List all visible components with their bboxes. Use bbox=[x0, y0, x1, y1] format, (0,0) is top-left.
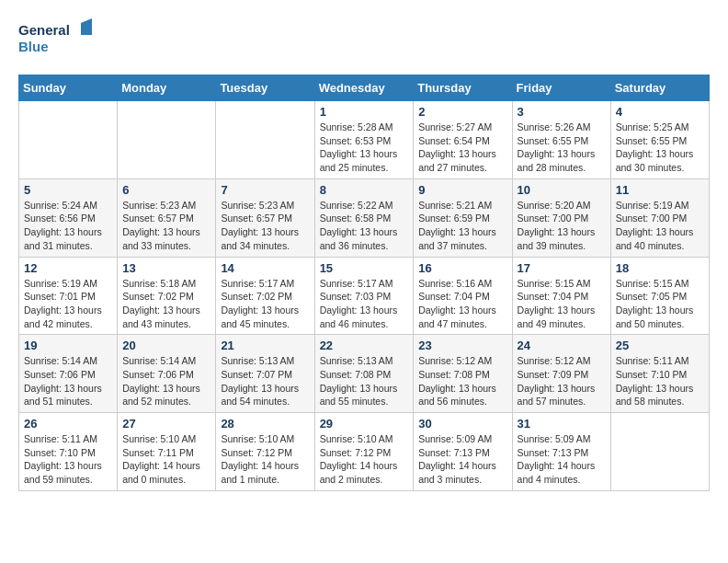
calendar-week-row: 1Sunrise: 5:28 AMSunset: 6:53 PMDaylight… bbox=[19, 101, 710, 179]
calendar-cell: 14Sunrise: 5:17 AMSunset: 7:02 PMDayligh… bbox=[216, 257, 314, 335]
logo: General Blue bbox=[18, 18, 92, 60]
calendar-cell: 22Sunrise: 5:13 AMSunset: 7:08 PMDayligh… bbox=[314, 335, 414, 413]
calendar-cell: 17Sunrise: 5:15 AMSunset: 7:04 PMDayligh… bbox=[512, 257, 610, 335]
calendar-cell: 26Sunrise: 5:11 AMSunset: 7:10 PMDayligh… bbox=[19, 413, 118, 491]
calendar-cell: 18Sunrise: 5:15 AMSunset: 7:05 PMDayligh… bbox=[610, 257, 709, 335]
day-number: 1 bbox=[320, 105, 409, 119]
weekday-header-cell: Tuesday bbox=[216, 75, 314, 101]
weekday-header-cell: Wednesday bbox=[314, 75, 414, 101]
calendar-cell bbox=[118, 101, 216, 179]
weekday-header-cell: Sunday bbox=[19, 75, 118, 101]
day-info: Sunrise: 5:15 AMSunset: 7:05 PMDaylight:… bbox=[616, 277, 704, 331]
weekday-header-cell: Thursday bbox=[414, 75, 512, 101]
calendar-body: 1Sunrise: 5:28 AMSunset: 6:53 PMDaylight… bbox=[19, 101, 710, 491]
calendar-cell: 24Sunrise: 5:12 AMSunset: 7:09 PMDayligh… bbox=[512, 335, 610, 413]
calendar-table: SundayMondayTuesdayWednesdayThursdayFrid… bbox=[18, 75, 710, 491]
day-info: Sunrise: 5:24 AMSunset: 6:56 PMDaylight:… bbox=[24, 199, 112, 253]
day-number: 28 bbox=[221, 417, 309, 431]
calendar-cell: 16Sunrise: 5:16 AMSunset: 7:04 PMDayligh… bbox=[414, 257, 512, 335]
calendar-cell bbox=[216, 101, 314, 179]
calendar-cell: 23Sunrise: 5:12 AMSunset: 7:08 PMDayligh… bbox=[414, 335, 512, 413]
calendar-cell: 11Sunrise: 5:19 AMSunset: 7:00 PMDayligh… bbox=[610, 178, 709, 257]
day-info: Sunrise: 5:14 AMSunset: 7:06 PMDaylight:… bbox=[24, 354, 112, 408]
calendar-cell: 19Sunrise: 5:14 AMSunset: 7:06 PMDayligh… bbox=[19, 335, 118, 413]
calendar-week-row: 12Sunrise: 5:19 AMSunset: 7:01 PMDayligh… bbox=[19, 257, 710, 335]
day-number: 17 bbox=[518, 261, 606, 275]
page-header: General Blue bbox=[18, 18, 710, 60]
day-number: 6 bbox=[122, 183, 210, 197]
day-info: Sunrise: 5:11 AMSunset: 7:10 PMDaylight:… bbox=[24, 432, 112, 487]
day-info: Sunrise: 5:26 AMSunset: 6:55 PMDaylight:… bbox=[518, 121, 606, 175]
calendar-cell: 6Sunrise: 5:23 AMSunset: 6:57 PMDaylight… bbox=[118, 178, 216, 257]
day-info: Sunrise: 5:17 AMSunset: 7:03 PMDaylight:… bbox=[320, 277, 409, 331]
calendar-cell: 9Sunrise: 5:21 AMSunset: 6:59 PMDaylight… bbox=[414, 178, 512, 257]
day-info: Sunrise: 5:10 AMSunset: 7:12 PMDaylight:… bbox=[221, 432, 309, 487]
day-number: 3 bbox=[518, 105, 606, 119]
day-number: 2 bbox=[418, 105, 506, 119]
day-number: 25 bbox=[616, 339, 704, 352]
logo-svg: General Blue bbox=[18, 18, 92, 60]
day-info: Sunrise: 5:27 AMSunset: 6:54 PMDaylight:… bbox=[418, 121, 506, 175]
calendar-week-row: 26Sunrise: 5:11 AMSunset: 7:10 PMDayligh… bbox=[19, 413, 710, 491]
calendar-cell: 12Sunrise: 5:19 AMSunset: 7:01 PMDayligh… bbox=[19, 257, 118, 335]
svg-text:General: General bbox=[18, 22, 70, 38]
day-number: 24 bbox=[518, 339, 606, 352]
calendar-cell: 20Sunrise: 5:14 AMSunset: 7:06 PMDayligh… bbox=[118, 335, 216, 413]
calendar-cell: 31Sunrise: 5:09 AMSunset: 7:13 PMDayligh… bbox=[512, 413, 610, 491]
day-info: Sunrise: 5:10 AMSunset: 7:12 PMDaylight:… bbox=[320, 432, 409, 487]
day-number: 29 bbox=[320, 417, 409, 431]
svg-text:Blue: Blue bbox=[18, 39, 49, 54]
calendar-cell: 13Sunrise: 5:18 AMSunset: 7:02 PMDayligh… bbox=[118, 257, 216, 335]
day-info: Sunrise: 5:16 AMSunset: 7:04 PMDaylight:… bbox=[418, 277, 506, 331]
day-number: 31 bbox=[518, 417, 606, 431]
day-info: Sunrise: 5:19 AMSunset: 7:01 PMDaylight:… bbox=[24, 277, 112, 331]
day-number: 22 bbox=[320, 339, 409, 352]
day-info: Sunrise: 5:23 AMSunset: 6:57 PMDaylight:… bbox=[122, 199, 210, 253]
calendar-cell: 4Sunrise: 5:25 AMSunset: 6:55 PMDaylight… bbox=[610, 101, 709, 179]
calendar-cell: 27Sunrise: 5:10 AMSunset: 7:11 PMDayligh… bbox=[118, 413, 216, 491]
calendar-cell: 28Sunrise: 5:10 AMSunset: 7:12 PMDayligh… bbox=[216, 413, 314, 491]
day-info: Sunrise: 5:10 AMSunset: 7:11 PMDaylight:… bbox=[122, 432, 210, 487]
day-number: 9 bbox=[418, 183, 506, 197]
day-info: Sunrise: 5:12 AMSunset: 7:08 PMDaylight:… bbox=[418, 354, 506, 408]
calendar-cell: 30Sunrise: 5:09 AMSunset: 7:13 PMDayligh… bbox=[414, 413, 512, 491]
day-info: Sunrise: 5:14 AMSunset: 7:06 PMDaylight:… bbox=[122, 354, 210, 408]
day-number: 16 bbox=[418, 261, 506, 275]
calendar-cell: 2Sunrise: 5:27 AMSunset: 6:54 PMDaylight… bbox=[414, 101, 512, 179]
day-number: 21 bbox=[221, 339, 309, 352]
day-number: 15 bbox=[320, 261, 409, 275]
day-number: 7 bbox=[221, 183, 309, 197]
day-info: Sunrise: 5:25 AMSunset: 6:55 PMDaylight:… bbox=[616, 121, 704, 175]
day-number: 4 bbox=[616, 105, 704, 119]
calendar-cell: 8Sunrise: 5:22 AMSunset: 6:58 PMDaylight… bbox=[314, 178, 414, 257]
day-info: Sunrise: 5:19 AMSunset: 7:00 PMDaylight:… bbox=[616, 199, 704, 253]
day-info: Sunrise: 5:12 AMSunset: 7:09 PMDaylight:… bbox=[518, 354, 606, 408]
day-number: 13 bbox=[122, 261, 210, 275]
weekday-header-cell: Monday bbox=[118, 75, 216, 101]
day-info: Sunrise: 5:20 AMSunset: 7:00 PMDaylight:… bbox=[518, 199, 606, 253]
svg-marker-2 bbox=[81, 18, 92, 35]
day-number: 10 bbox=[518, 183, 606, 197]
calendar-week-row: 19Sunrise: 5:14 AMSunset: 7:06 PMDayligh… bbox=[19, 335, 710, 413]
calendar-cell: 5Sunrise: 5:24 AMSunset: 6:56 PMDaylight… bbox=[19, 178, 118, 257]
calendar-cell: 7Sunrise: 5:23 AMSunset: 6:57 PMDaylight… bbox=[216, 178, 314, 257]
day-number: 5 bbox=[24, 183, 112, 197]
calendar-cell: 15Sunrise: 5:17 AMSunset: 7:03 PMDayligh… bbox=[314, 257, 414, 335]
calendar-week-row: 5Sunrise: 5:24 AMSunset: 6:56 PMDaylight… bbox=[19, 178, 710, 257]
day-info: Sunrise: 5:13 AMSunset: 7:07 PMDaylight:… bbox=[221, 354, 309, 408]
day-info: Sunrise: 5:22 AMSunset: 6:58 PMDaylight:… bbox=[320, 199, 409, 253]
calendar-cell: 3Sunrise: 5:26 AMSunset: 6:55 PMDaylight… bbox=[512, 101, 610, 179]
day-info: Sunrise: 5:21 AMSunset: 6:59 PMDaylight:… bbox=[418, 199, 506, 253]
day-info: Sunrise: 5:23 AMSunset: 6:57 PMDaylight:… bbox=[221, 199, 309, 253]
calendar-cell bbox=[19, 101, 118, 179]
calendar-cell: 10Sunrise: 5:20 AMSunset: 7:00 PMDayligh… bbox=[512, 178, 610, 257]
calendar-cell: 29Sunrise: 5:10 AMSunset: 7:12 PMDayligh… bbox=[314, 413, 414, 491]
calendar-cell bbox=[610, 413, 709, 491]
calendar-cell: 1Sunrise: 5:28 AMSunset: 6:53 PMDaylight… bbox=[314, 101, 414, 179]
calendar-cell: 25Sunrise: 5:11 AMSunset: 7:10 PMDayligh… bbox=[610, 335, 709, 413]
day-info: Sunrise: 5:28 AMSunset: 6:53 PMDaylight:… bbox=[320, 121, 409, 175]
day-info: Sunrise: 5:09 AMSunset: 7:13 PMDaylight:… bbox=[418, 432, 506, 487]
weekday-header-row: SundayMondayTuesdayWednesdayThursdayFrid… bbox=[19, 75, 710, 101]
day-number: 8 bbox=[320, 183, 409, 197]
day-info: Sunrise: 5:18 AMSunset: 7:02 PMDaylight:… bbox=[122, 277, 210, 331]
